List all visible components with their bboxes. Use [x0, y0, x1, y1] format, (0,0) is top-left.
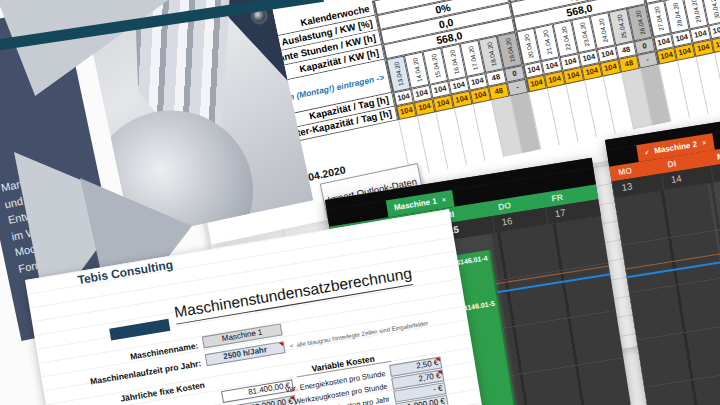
date-cell-text: 27.04.20	[653, 6, 665, 31]
close-icon[interactable]: ×	[701, 138, 707, 148]
date-cell-text: 26.04.20	[634, 10, 646, 35]
today-column-highlight	[707, 176, 720, 405]
comment-marker-icon	[438, 370, 443, 375]
date-cell-text: 16.04.20	[448, 50, 460, 75]
date-cell-text: 15.04.20	[429, 53, 441, 78]
document-title: Maschinenstundensatzberechnung	[173, 264, 414, 324]
date-cell-text: 20.04.20	[523, 34, 535, 59]
date-cell-text: 30.04.20	[708, 0, 720, 20]
date-cell-text: 13.04.20	[393, 61, 405, 86]
tebis-collage: tebis. Kalenderwoche 1617 geplante Ausla…	[0, 0, 720, 405]
title-accent-bar	[109, 319, 170, 341]
date-cell-text: 17.04.20	[466, 46, 478, 71]
date-cell-text: 22.04.20	[559, 26, 571, 51]
date-cell-text: 25.04.20	[615, 14, 627, 39]
input-cells-note: <- alle blaugrau hinterlegte Zellen sind…	[289, 310, 487, 349]
date-cell-text: 28.04.20	[671, 2, 683, 27]
pin-icon: ✓	[644, 148, 650, 156]
date-cell-text: 21.04.20	[541, 30, 553, 55]
close-icon[interactable]: ×	[441, 195, 447, 205]
comment-marker-icon	[279, 342, 284, 347]
schedule-grid[interactable]	[614, 175, 720, 405]
runtime-value-text: 2500 h/Jahr	[223, 345, 268, 361]
date-cell-text: 29.04.20	[689, 0, 701, 24]
date-cell-text: 23.04.20	[578, 22, 590, 47]
date-cell-text: 24.04.20	[597, 18, 609, 43]
date-cell-text: 19.04.20	[504, 38, 516, 63]
date-cell-text: 14.04.20	[411, 57, 423, 82]
comment-marker-icon	[436, 358, 441, 363]
date-cell-text: 18.04.20	[485, 42, 497, 67]
